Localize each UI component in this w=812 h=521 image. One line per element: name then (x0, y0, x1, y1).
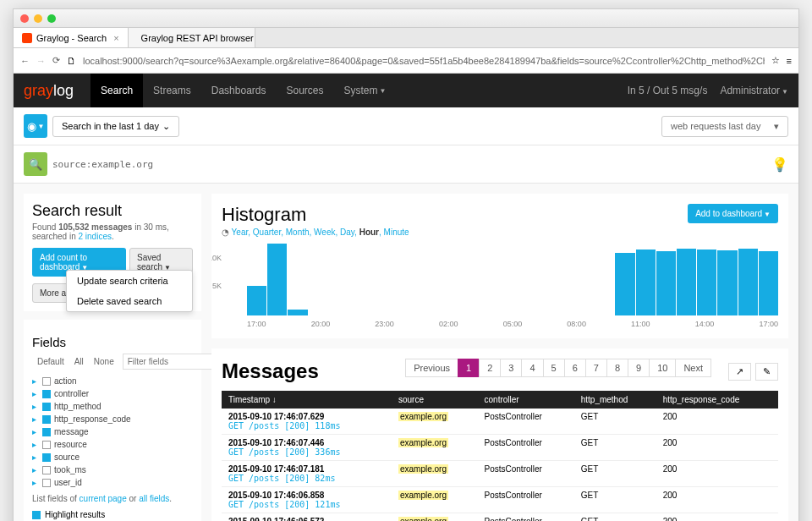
column-header[interactable]: controller (478, 391, 574, 409)
field-checkbox[interactable] (42, 403, 51, 411)
update-search-criteria[interactable]: Update search criteria (67, 271, 192, 291)
table-row[interactable]: 2015-09-10 17:46:07.446GET /posts [200] … (222, 435, 778, 461)
histogram-bar[interactable] (656, 251, 676, 316)
field-row[interactable]: ▸controller (32, 387, 193, 400)
nav-sources[interactable]: Sources (276, 74, 333, 107)
time-range-select[interactable]: Search in the last 1 day⌄ (52, 116, 179, 137)
saved-search-select[interactable]: web requests last day▾ (661, 116, 788, 137)
interval-year[interactable]: Year (232, 228, 249, 237)
histogram-bar[interactable] (759, 251, 778, 316)
page-8[interactable]: 8 (606, 359, 628, 377)
all-fields-link[interactable]: all fields (139, 494, 169, 503)
url-field[interactable]: localhost:9000/search?q=source%3Aexample… (83, 56, 765, 66)
field-row[interactable]: ▸user_id (32, 476, 193, 489)
field-checkbox[interactable] (42, 377, 51, 386)
add-histogram-dashboard-button[interactable]: Add to dashboard▼ (688, 204, 778, 223)
interval-quarter[interactable]: Quarter (253, 228, 281, 237)
field-row[interactable]: ▸http_method (32, 400, 193, 413)
histogram-bar[interactable] (738, 249, 758, 315)
histogram-chart[interactable]: 10K5K 17:0020:0023:0002:0005:0008:0011:0… (222, 244, 778, 328)
field-checkbox[interactable] (42, 441, 51, 449)
field-row[interactable]: ▸message (32, 425, 193, 438)
highlight-checkbox[interactable] (32, 511, 41, 519)
page-next[interactable]: Next (675, 359, 711, 377)
current-page-link[interactable]: current page (80, 494, 127, 503)
window-minimize[interactable] (34, 14, 42, 23)
menu-icon[interactable]: ≡ (787, 56, 792, 66)
field-checkbox[interactable] (42, 428, 51, 436)
histogram-bar[interactable] (288, 310, 307, 315)
nav-search[interactable]: Search (91, 74, 143, 107)
delete-saved-search[interactable]: Delete saved search (67, 291, 192, 311)
back-button[interactable]: ← (20, 56, 30, 66)
interval-hour[interactable]: Hour (359, 228, 379, 237)
table-row[interactable]: 2015-09-10 17:46:07.181GET /posts [200] … (222, 461, 778, 487)
page-3[interactable]: 3 (500, 359, 522, 377)
page-6[interactable]: 6 (564, 359, 586, 377)
interval-minute[interactable]: Minute (384, 228, 409, 237)
histogram-bar[interactable] (615, 253, 634, 315)
logo[interactable]: graylog (24, 82, 74, 100)
page-7[interactable]: 7 (585, 359, 607, 377)
field-row[interactable]: ▸took_ms (32, 463, 193, 476)
fields-all[interactable]: All (69, 354, 89, 370)
column-header[interactable]: source (392, 391, 478, 409)
lightbulb-icon[interactable]: 💡 (771, 156, 788, 173)
nav-system[interactable]: System▼ (334, 74, 397, 107)
table-row[interactable]: 2015-09-10 17:46:06.572GET /posts [200] … (222, 513, 778, 522)
page-1[interactable]: 1 (458, 359, 480, 377)
browser-tab[interactable]: Graylog REST API browser× (129, 28, 255, 47)
field-name: http_response_code (54, 414, 131, 424)
page-icon: 🗋 (67, 56, 76, 66)
field-checkbox[interactable] (42, 415, 51, 424)
window-close[interactable] (20, 14, 29, 23)
window-maximize[interactable] (47, 14, 56, 23)
field-row[interactable]: ▸http_response_code (32, 413, 193, 425)
close-icon[interactable]: × (113, 33, 118, 43)
expand-icon[interactable]: ↗ (728, 363, 751, 381)
histogram-bar[interactable] (717, 250, 737, 315)
forward-button[interactable]: → (36, 56, 46, 66)
histogram-bar[interactable] (677, 249, 696, 315)
field-row[interactable]: ▸source (32, 451, 193, 463)
user-menu[interactable]: Administrator▼ (720, 85, 788, 96)
indices-link[interactable]: 2 indices (78, 232, 111, 241)
column-header[interactable]: http_response_code (656, 391, 778, 409)
edit-icon[interactable]: ✎ (755, 363, 778, 381)
nav-dashboards[interactable]: Dashboards (201, 74, 277, 107)
page-5[interactable]: 5 (543, 359, 565, 377)
page-9[interactable]: 9 (628, 359, 650, 377)
table-row[interactable]: 2015-09-10 17:46:07.629GET /posts [200] … (222, 409, 778, 435)
fields-none[interactable]: None (89, 354, 119, 370)
histogram-bar[interactable] (247, 286, 266, 315)
histogram-bar[interactable] (267, 244, 287, 315)
field-checkbox[interactable] (42, 479, 51, 487)
interval-week[interactable]: Week (314, 228, 335, 237)
search-button[interactable]: 🔍 (24, 152, 47, 176)
x-tick: 05:00 (503, 320, 523, 328)
field-row[interactable]: ▸action (32, 375, 193, 387)
histogram-bar[interactable] (636, 250, 656, 315)
fields-default[interactable]: Default (32, 354, 69, 370)
query-input[interactable]: source:example.org (52, 159, 153, 170)
histogram-bar[interactable] (697, 250, 716, 315)
page-10[interactable]: 10 (649, 359, 676, 377)
column-header[interactable]: Timestamp ↓ (222, 391, 392, 409)
time-range-type-button[interactable]: ◉▼ (24, 114, 47, 138)
field-checkbox[interactable] (42, 390, 51, 398)
page-prev[interactable]: Previous (405, 359, 458, 377)
reload-button[interactable]: ⟳ (52, 55, 60, 66)
field-checkbox[interactable] (42, 453, 51, 462)
table-row[interactable]: 2015-09-10 17:46:06.858GET /posts [200] … (222, 487, 778, 513)
browser-tab[interactable]: Graylog - Search× (14, 28, 129, 47)
nav-streams[interactable]: Streams (143, 74, 201, 107)
window-titlebar (14, 9, 798, 28)
page-2[interactable]: 2 (479, 359, 501, 377)
field-checkbox[interactable] (42, 466, 51, 474)
page-4[interactable]: 4 (521, 359, 543, 377)
field-row[interactable]: ▸resource (32, 438, 193, 451)
star-icon[interactable]: ☆ (771, 55, 780, 66)
column-header[interactable]: http_method (574, 391, 656, 409)
interval-month[interactable]: Month (286, 228, 310, 237)
interval-day[interactable]: Day (340, 228, 354, 237)
